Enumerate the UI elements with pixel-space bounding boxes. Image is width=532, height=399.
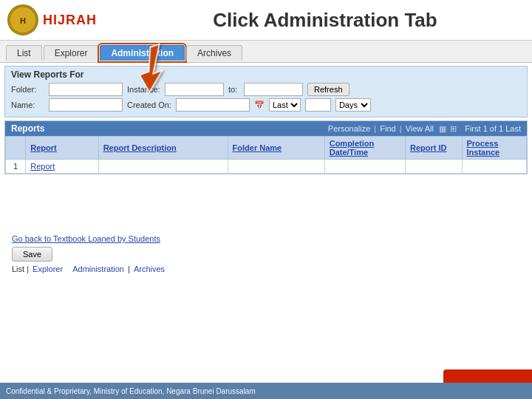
instance-to-input[interactable]	[244, 83, 303, 96]
last-select[interactable]: Last	[269, 98, 301, 112]
bottom-bar: Confidential & Proprietary, Ministry of …	[0, 383, 532, 399]
row-process	[462, 160, 527, 174]
created-on-label: Created On:	[127, 100, 171, 109]
col-completion[interactable]: Completion Date/Time	[324, 137, 405, 160]
grid-icon-1[interactable]: ▦	[439, 124, 446, 133]
created-on-input[interactable]	[176, 98, 250, 112]
table-header-row: Report Report Description Folder Name Co…	[6, 137, 527, 160]
find-link[interactable]: Find	[380, 124, 395, 133]
col-description[interactable]: Report Description	[98, 137, 228, 160]
row-folder	[228, 160, 324, 174]
bottom-nav-archives[interactable]: Archives	[134, 265, 165, 273]
grid-icon-2[interactable]: ⊞	[450, 124, 457, 133]
logo-area: H HIJRAH	[7, 4, 126, 35]
bottom-nav-explorer[interactable]: Explorer	[33, 265, 63, 273]
pagination-info: First 1 of 1 Last	[465, 124, 521, 133]
logo-text: HIJRAH	[43, 13, 97, 28]
col-report[interactable]: Report	[26, 137, 98, 160]
svg-text:H: H	[20, 16, 26, 25]
footer-area: Go back to Textbook Loaned by Students S…	[0, 233, 532, 273]
days-select[interactable]: Days	[335, 98, 371, 112]
refresh-button[interactable]: Refresh	[307, 83, 349, 96]
reports-header: Reports Personalize | Find | View All ▦ …	[5, 121, 527, 136]
name-input[interactable]	[49, 98, 123, 112]
bottom-bar-text: Confidential & Proprietary, Ministry of …	[6, 387, 256, 395]
back-link[interactable]: Go back to Textbook Loaned by Students	[12, 234, 160, 243]
row-completion	[324, 160, 405, 174]
folder-input[interactable]	[49, 83, 123, 96]
bottom-nav-list-label: List	[12, 265, 24, 273]
tab-administration[interactable]: Administration	[100, 45, 185, 61]
bottom-nav: List | Explorer Administration | Archive…	[12, 265, 520, 273]
calendar-icon[interactable]: 📅	[254, 100, 265, 110]
bottom-nav-administration[interactable]: Administration	[72, 265, 124, 273]
col-process[interactable]: Process Instance	[462, 137, 527, 160]
red-accent-bar	[443, 369, 532, 383]
view-all-link[interactable]: View All	[406, 124, 434, 133]
main-content: View Reports For Folder: Instance: to: R…	[0, 66, 532, 174]
logo-icon: H	[7, 4, 38, 35]
row-reportid	[406, 160, 463, 174]
row-description	[98, 160, 228, 174]
name-label: Name:	[11, 100, 44, 109]
days-count-input[interactable]	[305, 98, 331, 112]
reports-section: Reports Personalize | Find | View All ▦ …	[4, 120, 528, 174]
instance-from-input[interactable]	[165, 83, 224, 96]
reports-toolbar: Personalize | Find | View All ▦ ⊞ First …	[327, 124, 521, 134]
folder-label: Folder:	[11, 85, 44, 94]
folder-row: Folder: Instance: to: Refresh	[11, 83, 521, 96]
instance-label: Instance:	[127, 85, 160, 94]
reports-table: Report Report Description Folder Name Co…	[5, 136, 527, 174]
personalize-link[interactable]: Personalize	[328, 124, 370, 133]
back-link-area: Go back to Textbook Loaned by Students	[12, 233, 520, 244]
save-area: Save	[12, 247, 520, 262]
vrf-title: View Reports For	[11, 69, 521, 80]
tab-explorer[interactable]: Explorer	[44, 45, 99, 61]
row-number: 1	[6, 160, 26, 174]
name-row: Name: Created On: 📅 Last Days	[11, 98, 521, 112]
report-link[interactable]: Report	[30, 162, 55, 171]
nav-tabs: List Explorer Administration Archives	[0, 41, 532, 63]
header: H HIJRAH Click Administration Tab	[0, 0, 532, 41]
tab-list[interactable]: List	[6, 45, 42, 61]
col-number	[6, 137, 26, 160]
bottom-nav-sep3: |	[128, 265, 130, 273]
row-report: Report	[26, 160, 98, 174]
col-folder[interactable]: Folder Name	[228, 137, 324, 160]
table-row: 1 Report	[6, 160, 527, 174]
page-title: Click Administration Tab	[126, 9, 525, 32]
bottom-nav-sep1: |	[27, 265, 29, 273]
view-reports-for-section: View Reports For Folder: Instance: to: R…	[4, 66, 528, 117]
col-reportid[interactable]: Report ID	[406, 137, 463, 160]
to-label: to:	[228, 85, 239, 94]
save-button[interactable]: Save	[12, 247, 52, 262]
reports-title: Reports	[11, 123, 44, 134]
tab-archives[interactable]: Archives	[186, 45, 242, 61]
